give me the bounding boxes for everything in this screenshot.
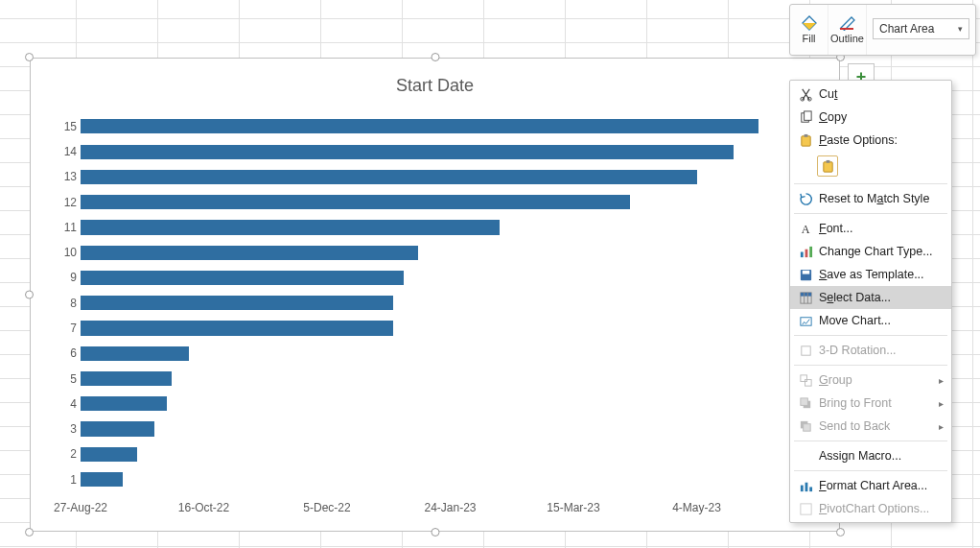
bar-fill[interactable] bbox=[81, 271, 404, 285]
bar-row[interactable]: 8 bbox=[81, 296, 820, 310]
y-tick-label: 13 bbox=[31, 170, 77, 183]
svg-rect-16 bbox=[800, 292, 810, 296]
bar-row[interactable]: 13 bbox=[81, 170, 820, 184]
bar-row[interactable]: 9 bbox=[81, 271, 820, 285]
y-tick-label: 10 bbox=[31, 246, 77, 259]
svg-rect-21 bbox=[800, 374, 806, 381]
menu-item-copy[interactable]: Copy bbox=[790, 106, 951, 129]
bar-fill[interactable] bbox=[81, 170, 697, 184]
bar-fill[interactable] bbox=[81, 195, 630, 209]
font-icon: A bbox=[794, 222, 817, 236]
format-area-icon bbox=[794, 479, 817, 493]
menu-item-label: Font... bbox=[817, 222, 944, 235]
y-tick-label: 1 bbox=[31, 473, 77, 487]
menu-item-label: Bring to Front bbox=[817, 396, 939, 410]
svg-rect-12 bbox=[809, 246, 812, 256]
resize-handle-n[interactable] bbox=[431, 53, 439, 61]
menu-item-label: Assign Macro... bbox=[817, 449, 944, 463]
bar-row[interactable]: 5 bbox=[81, 371, 820, 386]
menu-item-paste-options[interactable]: Paste Options: bbox=[790, 129, 951, 152]
mini-toolbar: Fill Outline Chart Area ▾ bbox=[789, 4, 976, 56]
y-tick-label: 12 bbox=[31, 196, 77, 209]
svg-rect-10 bbox=[800, 251, 803, 257]
svg-rect-26 bbox=[803, 423, 810, 431]
bar-fill[interactable] bbox=[81, 119, 758, 133]
chart-area[interactable]: Start Date 151413121110987654321 27-Aug-… bbox=[30, 58, 840, 532]
menu-item-format-area[interactable]: Format Chart Area... bbox=[790, 474, 951, 497]
bar-fill[interactable] bbox=[81, 421, 154, 436]
outline-button[interactable]: Outline bbox=[828, 5, 867, 55]
svg-rect-4 bbox=[804, 110, 811, 119]
bar-fill[interactable] bbox=[81, 346, 189, 361]
context-menu: CutCopyPaste Options:Reset to Match Styl… bbox=[789, 80, 952, 523]
rotation-3d-icon bbox=[794, 344, 817, 358]
bar-row[interactable]: 7 bbox=[81, 321, 820, 335]
y-tick-label: 6 bbox=[31, 346, 77, 360]
y-tick-label: 4 bbox=[31, 397, 77, 411]
bar-row[interactable]: 1 bbox=[81, 472, 820, 487]
bar-fill[interactable] bbox=[81, 145, 734, 159]
bar-fill[interactable] bbox=[81, 246, 418, 260]
bar-row[interactable]: 3 bbox=[81, 421, 820, 436]
plot-area[interactable]: 151413121110987654321 bbox=[81, 114, 820, 492]
bar-row[interactable]: 12 bbox=[81, 195, 820, 209]
bar-row[interactable]: 15 bbox=[81, 119, 820, 133]
bar-fill[interactable] bbox=[81, 396, 167, 411]
svg-rect-8 bbox=[826, 159, 829, 162]
resize-handle-sw[interactable] bbox=[25, 528, 34, 536]
menu-item-cut[interactable]: Cut bbox=[790, 83, 951, 106]
bar-row[interactable]: 14 bbox=[81, 145, 820, 159]
chart-title[interactable]: Start Date bbox=[31, 76, 839, 96]
menu-item-send-back: Send to Back▸ bbox=[790, 415, 951, 438]
x-tick-label: 27-Aug-22 bbox=[54, 501, 107, 514]
bar-fill[interactable] bbox=[81, 371, 172, 386]
resize-handle-s[interactable] bbox=[431, 528, 439, 536]
menu-item-font[interactable]: AFont... bbox=[790, 217, 951, 240]
resize-handle-w[interactable] bbox=[25, 291, 34, 299]
resize-handle-nw[interactable] bbox=[25, 53, 34, 61]
bar-fill[interactable] bbox=[81, 220, 500, 234]
bar-row[interactable]: 6 bbox=[81, 346, 820, 361]
y-tick-label: 5 bbox=[31, 372, 77, 386]
svg-rect-14 bbox=[802, 270, 809, 274]
menu-item-save-template[interactable]: Save as Template... bbox=[790, 263, 951, 286]
svg-text:A: A bbox=[801, 223, 809, 236]
menu-item-move-chart[interactable]: Move Chart... bbox=[790, 309, 951, 332]
menu-item-label: Reset to Match Style bbox=[817, 192, 944, 205]
pivot-opts-icon bbox=[794, 502, 817, 516]
menu-item-group: Group▸ bbox=[790, 369, 951, 392]
chevron-right-icon: ▸ bbox=[939, 398, 944, 409]
cut-icon bbox=[794, 87, 817, 102]
menu-item-reset-match[interactable]: Reset to Match Style bbox=[790, 187, 951, 210]
fill-label: Fill bbox=[790, 33, 828, 44]
bar-fill[interactable] bbox=[81, 447, 137, 462]
clipboard-icon bbox=[817, 155, 838, 177]
menu-separator bbox=[794, 213, 947, 214]
bar-fill[interactable] bbox=[81, 472, 123, 487]
menu-item-label: Format Chart Area... bbox=[817, 479, 944, 492]
x-tick-label: 24-Jan-23 bbox=[424, 501, 476, 514]
change-type-icon bbox=[794, 245, 817, 259]
menu-item-rotation-3d: 3-D Rotation... bbox=[790, 339, 951, 362]
chart-element-selector[interactable]: Chart Area ▾ bbox=[873, 18, 969, 39]
bar-row[interactable]: 2 bbox=[81, 447, 820, 462]
menu-item-label: Change Chart Type... bbox=[817, 245, 944, 258]
chart-object[interactable]: Start Date 151413121110987654321 27-Aug-… bbox=[30, 58, 840, 532]
chevron-right-icon: ▸ bbox=[939, 375, 944, 386]
svg-rect-6 bbox=[804, 133, 807, 136]
bar-row[interactable]: 10 bbox=[81, 246, 820, 260]
resize-handle-se[interactable] bbox=[836, 528, 845, 536]
menu-item-change-type[interactable]: Change Chart Type... bbox=[790, 240, 951, 263]
bar-row[interactable]: 4 bbox=[81, 396, 820, 411]
paste-option-keep-formatting[interactable] bbox=[790, 152, 951, 180]
x-axis[interactable]: 27-Aug-2216-Oct-225-Dec-2224-Jan-2315-Ma… bbox=[81, 501, 820, 516]
menu-item-assign-macro[interactable]: Assign Macro... bbox=[790, 444, 951, 467]
menu-separator bbox=[794, 183, 947, 184]
y-tick-label: 15 bbox=[31, 120, 77, 133]
menu-item-select-data[interactable]: Select Data... bbox=[790, 286, 951, 309]
bar-row[interactable]: 11 bbox=[81, 220, 820, 234]
fill-button[interactable]: Fill bbox=[790, 5, 828, 55]
bar-fill[interactable] bbox=[81, 321, 393, 335]
save-template-icon bbox=[794, 268, 817, 282]
bar-fill[interactable] bbox=[81, 296, 393, 310]
